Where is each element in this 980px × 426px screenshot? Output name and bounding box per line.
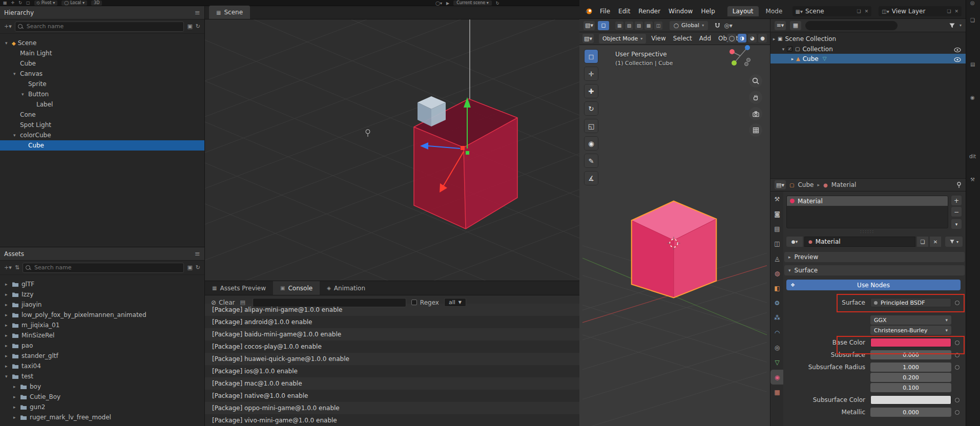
platform-globe-icon[interactable]: ◯▾: [435, 1, 442, 6]
outliner-row-collection[interactable]: ▾ ✓ ▢ Collection: [770, 44, 966, 54]
select-mode-icon[interactable]: ▧: [625, 22, 633, 30]
add-node-button[interactable]: +▾: [4, 23, 12, 30]
viewport-tool-button[interactable]: ↻: [585, 102, 598, 115]
asset-folder-row[interactable]: ▸ gun2: [0, 402, 204, 412]
properties-tab[interactable]: ⁂: [770, 310, 784, 325]
visibility-eye-icon[interactable]: [954, 47, 961, 54]
expand-arrow[interactable]: ▸: [13, 404, 20, 410]
delete-view-layer-icon[interactable]: ✕: [954, 9, 958, 14]
outliner-row-cube[interactable]: ▸ ▲ Cube ▽: [770, 54, 966, 63]
viewport-tool-button[interactable]: ◱: [585, 119, 598, 133]
unlink-material-button[interactable]: ✕: [930, 237, 941, 247]
panel-menu-icon[interactable]: ≡: [195, 250, 200, 258]
asset-folder-row[interactable]: ▸ m_jiqixia_01: [0, 320, 204, 330]
mode-dropdown[interactable]: Object Mode ▾: [599, 34, 646, 44]
pan-hand-icon[interactable]: [749, 91, 762, 104]
hierarchy-node[interactable]: ▾ ◆ Scene: [0, 38, 204, 48]
expand-arrow[interactable]: ▸: [13, 394, 20, 399]
rotate-icon[interactable]: ↻: [18, 1, 22, 5]
chevron-down-icon[interactable]: ▾: [960, 23, 962, 28]
menu-item[interactable]: File: [600, 8, 610, 15]
properties-tab[interactable]: ▦: [770, 385, 784, 399]
select-mode-icon[interactable]: ▨: [635, 22, 643, 30]
shading-mode-icon[interactable]: ◯: [727, 34, 736, 42]
properties-tab[interactable]: ◫: [770, 236, 784, 251]
section-preview[interactable]: ▸ Preview: [784, 252, 965, 262]
hierarchy-node[interactable]: Cube: [0, 58, 204, 69]
expand-all-icon[interactable]: ▣: [187, 23, 192, 30]
mode-3d-button[interactable]: 3D: [91, 1, 102, 6]
viewport-tool-button[interactable]: ◻: [585, 50, 598, 63]
filter-icon[interactable]: [949, 23, 955, 29]
pivot-button[interactable]: ◇ Pivot ▾: [34, 1, 58, 6]
asset-folder-row[interactable]: ▸ stander_gltf: [0, 351, 204, 361]
shading-mode-icon[interactable]: ◑: [738, 34, 746, 42]
expand-arrow[interactable]: ▸: [5, 364, 12, 369]
outliner-row-scene-collection[interactable]: ▸ ▣ Scene Collection: [770, 34, 966, 44]
remove-slot-button[interactable]: −: [951, 207, 962, 217]
breadcrumb-object[interactable]: Cube: [798, 181, 814, 188]
hierarchy-node[interactable]: ▾ Button: [0, 89, 204, 99]
asset-folder-row[interactable]: ▸ boy: [0, 381, 204, 392]
copy-material-button[interactable]: ❏: [917, 237, 928, 247]
material-link-dropdown[interactable]: ▾: [945, 237, 963, 247]
refresh-icon[interactable]: ↻: [196, 264, 200, 271]
regex-checkbox[interactable]: [411, 300, 417, 305]
properties-tab[interactable]: ◉: [770, 370, 784, 385]
snap-magnet-icon[interactable]: [714, 22, 721, 29]
add-slot-button[interactable]: +: [951, 196, 962, 205]
select-mode-icon[interactable]: ◫: [654, 22, 662, 30]
expand-arrow[interactable]: ▸: [5, 292, 12, 297]
refresh-icon[interactable]: ↻: [496, 1, 499, 6]
breadcrumb-data[interactable]: Material: [831, 181, 857, 188]
editor-type-icon[interactable]: ≡▾: [775, 21, 786, 30]
asset-folder-row[interactable]: ▸ Izzy: [0, 289, 204, 300]
view-layer-selector[interactable]: ◫▾ View Layer ❏ ✕: [879, 6, 962, 16]
properties-tab[interactable]: ⚒: [770, 191, 784, 206]
hierarchy-node[interactable]: ▾ Canvas: [0, 69, 204, 79]
tab-scene[interactable]: ▦ Scene: [209, 6, 250, 19]
list-resize-grip[interactable]: ::::::: [860, 229, 874, 234]
workspace-tab[interactable]: Model: [761, 6, 782, 16]
local-button[interactable]: ◯ Local ▾: [61, 1, 87, 6]
new-scene-icon[interactable]: ❏: [857, 9, 861, 14]
visibility-eye-icon[interactable]: [954, 56, 961, 63]
expand-arrow[interactable]: ▾: [780, 47, 787, 52]
asset-folder-row[interactable]: ▸ pao: [0, 340, 204, 351]
refresh-icon[interactable]: ↻: [196, 23, 200, 30]
scene-picker-dropdown[interactable]: Current scene ▾: [453, 1, 492, 6]
hierarchy-node[interactable]: Spot Light: [0, 120, 204, 130]
camera-view-icon[interactable]: [749, 107, 762, 120]
viewport-tool-button[interactable]: ✎: [585, 154, 598, 167]
menu-item[interactable]: Help: [701, 8, 715, 15]
enum-dropdown[interactable]: GGX ▾: [870, 315, 951, 325]
asset-folder-row[interactable]: ▸ MinSizeRel: [0, 330, 204, 340]
scene-selector[interactable]: ▦▾ Scene ❏ ✕: [793, 6, 872, 16]
expand-arrow[interactable]: ▾: [13, 71, 20, 76]
workspace-tab[interactable]: Layout: [727, 6, 759, 16]
properties-tab[interactable]: ▤: [770, 221, 784, 236]
expand-arrow[interactable]: ▸: [5, 282, 12, 287]
viewport-tool-button[interactable]: ∡: [585, 172, 598, 185]
new-view-layer-icon[interactable]: ❏: [947, 9, 951, 14]
expand-arrow[interactable]: ▸: [5, 343, 12, 348]
outliner-search-input[interactable]: [805, 21, 898, 30]
scene-viewport[interactable]: [205, 19, 579, 281]
asset-folder-row[interactable]: ▸ ruger_mark_lv_free_model: [0, 412, 204, 422]
menu-item[interactable]: Window: [669, 8, 693, 15]
expand-arrow[interactable]: ▸: [789, 56, 796, 61]
panel-menu-icon[interactable]: ≡: [195, 9, 200, 16]
add-asset-button[interactable]: +▾: [4, 264, 12, 271]
value-slider[interactable]: 0.000: [870, 408, 951, 417]
select-mode-icon[interactable]: ▩: [644, 22, 653, 30]
expand-arrow[interactable]: ▸: [5, 333, 12, 338]
browse-material-button[interactable]: ●▾: [786, 237, 803, 247]
hierarchy-node[interactable]: ▾ colorCube: [0, 130, 204, 140]
viewport-tool-button[interactable]: ◉: [585, 137, 598, 150]
properties-tab[interactable]: ◧: [770, 281, 784, 295]
enum-dropdown[interactable]: Christensen-Burley ▾: [870, 326, 951, 335]
properties-tab[interactable]: ◍: [770, 266, 784, 281]
collection-checkbox[interactable]: ✓: [787, 46, 793, 52]
blender-3d-viewport[interactable]: ▧▾ Object Mode ▾ ViewSelectAddObject ◯◑◕…: [579, 32, 770, 426]
log-level-filter[interactable]: all ▼: [444, 298, 466, 307]
